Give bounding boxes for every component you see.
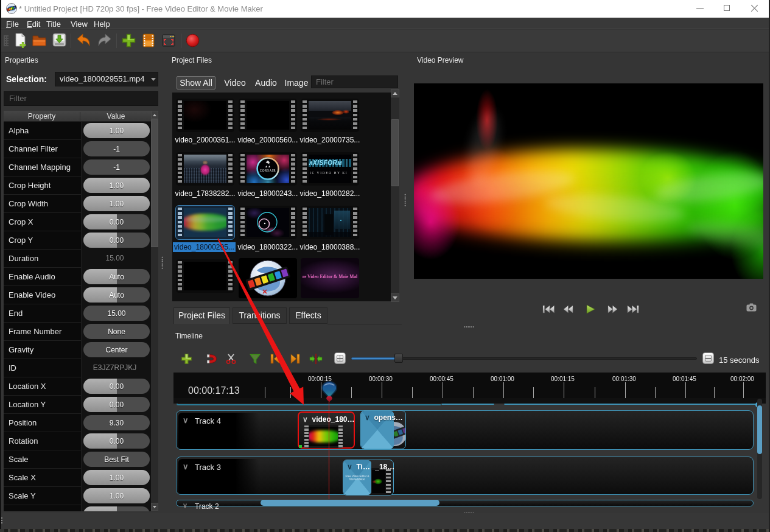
svg-text:CORSAIR: CORSAIR	[260, 169, 276, 172]
svg-text:▲▲: ▲▲	[265, 164, 271, 168]
